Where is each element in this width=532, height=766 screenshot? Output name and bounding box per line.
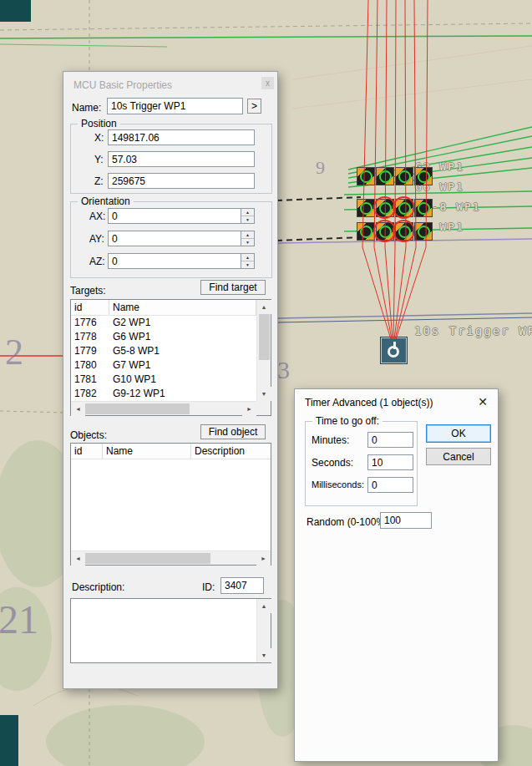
ay-input[interactable] <box>108 231 241 246</box>
target-row[interactable]: 1780G7 WP1 <box>71 358 256 373</box>
map-grid-number: 2 <box>5 334 23 371</box>
description-textarea[interactable]: ▲ ▼ <box>70 598 271 663</box>
ax-input[interactable] <box>108 208 241 224</box>
seconds-input[interactable] <box>367 454 413 470</box>
target-id: 1779 <box>71 344 109 358</box>
objects-label: Objects: <box>70 429 107 441</box>
timer-trigger-icon[interactable] <box>381 337 407 363</box>
scroll-left-icon[interactable]: ◄ <box>71 551 85 566</box>
waypoint-icon[interactable] <box>357 199 375 217</box>
target-name: G10 WP1 <box>109 373 256 387</box>
column-header-name[interactable]: Name <box>109 300 256 315</box>
ax-spinner[interactable]: ▲▼ <box>241 208 255 224</box>
horizontal-scrollbar[interactable]: ◄ ► <box>71 550 271 565</box>
scroll-thumb[interactable] <box>85 403 190 414</box>
scroll-down-icon[interactable]: ▼ <box>257 387 271 401</box>
waypoint-icon[interactable] <box>376 167 394 185</box>
find-object-button[interactable]: Find object <box>200 424 266 439</box>
waypoint-icon[interactable] <box>376 222 394 241</box>
waypoint-icon[interactable] <box>395 167 413 185</box>
scroll-up-icon[interactable]: ▲ <box>257 300 271 314</box>
position-group: Position X: Y: Z: <box>70 124 272 194</box>
targets-list: id Name 1776G2 WP1 1778G6 WP1 1779G5-8 W… <box>70 299 271 416</box>
targets-list-rows: 1776G2 WP1 1778G6 WP1 1779G5-8 WP1 1780G… <box>71 316 256 401</box>
map-grid-number: 21 <box>0 600 38 640</box>
spin-down-icon[interactable]: ▼ <box>241 239 254 246</box>
vertical-scrollbar[interactable]: ▲ ▼ <box>256 300 271 401</box>
cancel-button[interactable]: Cancel <box>426 448 491 465</box>
waypoint-icon[interactable] <box>414 199 433 217</box>
z-input[interactable] <box>108 173 255 189</box>
spin-up-icon[interactable]: ▲ <box>241 209 254 216</box>
map-editor-stage: 9 2 3 21 1 G2 WP1 G6 WP1 G5-8 WP1 G7 WP1… <box>0 0 532 766</box>
scroll-up-icon[interactable]: ▲ <box>257 599 271 613</box>
map-grid-number: 9 <box>316 159 325 177</box>
waypoint-icon[interactable] <box>357 167 375 185</box>
spin-down-icon[interactable]: ▼ <box>241 261 254 268</box>
x-label: X: <box>94 132 104 144</box>
object-id-input[interactable] <box>220 577 264 594</box>
target-ring <box>393 220 415 242</box>
target-row[interactable]: 1778G6 WP1 <box>71 330 256 344</box>
column-header-id[interactable]: id <box>71 444 103 459</box>
mcu-properties-dialog: MCU Basic Properties x Name: > Position … <box>63 71 278 689</box>
target-name: G5-8 WP1 <box>109 344 256 358</box>
minutes-input[interactable] <box>367 432 413 448</box>
target-row[interactable]: 1779G5-8 WP1 <box>71 344 256 358</box>
time-group-legend: Time to go off: <box>312 415 383 427</box>
scroll-thumb[interactable] <box>85 553 210 564</box>
x-input[interactable] <box>108 129 255 145</box>
seconds-label: Seconds: <box>312 457 353 469</box>
target-name: G6 WP1 <box>109 330 256 344</box>
target-row[interactable]: 1782G9-12 WP1 <box>71 387 256 401</box>
waypoint-icon[interactable] <box>376 199 394 217</box>
position-legend: Position <box>78 118 120 129</box>
scroll-thumb[interactable] <box>259 314 270 360</box>
ok-button[interactable]: OK <box>426 424 491 443</box>
scroll-right-icon[interactable]: ► <box>242 402 256 416</box>
column-header-description[interactable]: Description <box>191 444 271 459</box>
milliseconds-input[interactable] <box>367 477 413 493</box>
find-target-button[interactable]: Find target <box>200 280 266 295</box>
scroll-left-icon[interactable]: ◄ <box>71 402 85 416</box>
spin-up-icon[interactable]: ▲ <box>241 231 254 239</box>
scroll-down-icon[interactable]: ▼ <box>257 648 271 662</box>
trigger-label: 10s Trigger WP1 <box>414 324 532 337</box>
target-name: G9-12 WP1 <box>109 387 256 401</box>
target-name: G2 WP1 <box>109 316 256 330</box>
waypoint-icon[interactable] <box>414 222 433 241</box>
waypoint-icon[interactable] <box>357 222 375 241</box>
column-header-name[interactable]: Name <box>103 444 191 459</box>
target-id: 1776 <box>71 316 109 330</box>
waypoint-icon[interactable] <box>395 199 413 217</box>
spin-up-icon[interactable]: ▲ <box>241 254 254 261</box>
name-input[interactable] <box>107 98 243 114</box>
orientation-group: Orientation AX: ▲▼ AY: ▲▼ AZ: ▲▼ <box>70 201 272 278</box>
az-spinner[interactable]: ▲▼ <box>241 253 255 269</box>
scroll-right-icon[interactable]: ► <box>256 551 271 566</box>
description-label: Description: <box>72 581 124 593</box>
target-row[interactable]: 1776G2 WP1 <box>71 316 256 330</box>
milliseconds-label: Milliseconds: <box>312 479 364 490</box>
ay-spinner[interactable]: ▲▼ <box>241 231 255 246</box>
trigger-tick <box>393 342 396 349</box>
horizontal-scrollbar[interactable]: ◄ ► <box>71 401 256 415</box>
az-input[interactable] <box>108 253 241 269</box>
close-icon[interactable]: x <box>261 77 274 89</box>
targets-list-header: id Name <box>71 300 256 316</box>
target-row[interactable]: 1781G10 WP1 <box>71 373 256 387</box>
close-icon[interactable]: ✕ <box>478 395 488 408</box>
y-input[interactable] <box>108 151 255 167</box>
z-label: Z: <box>94 175 104 187</box>
target-id: 1781 <box>71 373 109 387</box>
expand-name-button[interactable]: > <box>247 99 261 114</box>
vertical-scrollbar[interactable]: ▲ ▼ <box>256 599 271 662</box>
column-header-id[interactable]: id <box>71 300 109 315</box>
random-input[interactable] <box>380 512 432 529</box>
waypoint-icon[interactable] <box>414 167 433 185</box>
timer-advanced-dialog: Timer Advanced (1 object(s)) ✕ Time to g… <box>294 388 499 762</box>
objects-list-header: id Name Description <box>71 444 271 459</box>
target-id: 1778 <box>71 330 109 344</box>
waypoint-icon[interactable] <box>395 222 413 241</box>
spin-down-icon[interactable]: ▼ <box>241 216 254 223</box>
